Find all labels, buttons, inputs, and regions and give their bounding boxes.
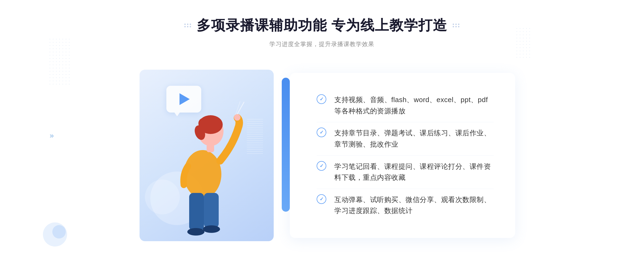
feature-text-1: 支持视频、音频、flash、word、excel、ppt、pdf等各种格式的资源… (334, 94, 494, 117)
dot (453, 26, 454, 27)
check-circle-3: ✓ (317, 161, 326, 171)
title-row: 多项录播课辅助功能 专为线上教学打造 (184, 16, 460, 35)
svg-point-4 (234, 114, 240, 121)
svg-rect-6 (204, 193, 219, 228)
deco-circle-bottom-2 (52, 225, 66, 238)
blue-side-panel (282, 78, 290, 212)
header-dots-left (184, 24, 191, 27)
dot-group-right (453, 24, 460, 27)
subtitle: 学习进度全掌握，提升录播课教学效果 (184, 40, 460, 48)
header-dots-right (453, 24, 460, 27)
check-icon-3: ✓ (320, 163, 324, 168)
dots-decoration-left (48, 38, 70, 86)
dot (190, 26, 191, 27)
svg-point-8 (203, 225, 220, 233)
check-icon-1: ✓ (320, 97, 324, 102)
check-circle-4: ✓ (317, 194, 326, 204)
content-wrapper: ✓ 支持视频、音频、flash、word、excel、ppt、pdf等各种格式的… (129, 64, 515, 247)
feature-item: ✓ 学习笔记回看、课程提问、课程评论打分、课件资料下载，重点内容收藏 (317, 155, 494, 189)
feature-text-2: 支持章节目录、弹题考试、课后练习、课后作业、章节测验、批改作业 (334, 128, 494, 150)
features-container: ✓ 支持视频、音频、flash、word、excel、ppt、pdf等各种格式的… (290, 73, 515, 238)
illustration-bg (140, 70, 274, 241)
svg-line-10 (237, 102, 244, 114)
illustration-container (129, 64, 284, 247)
check-icon-4: ✓ (320, 197, 324, 202)
dot (190, 24, 191, 25)
page-container: » 多项录播课辅助功能 专为线上教学打造 (0, 0, 644, 261)
dot (184, 26, 186, 27)
dot (455, 24, 457, 25)
dots-decoration-right (515, 27, 531, 59)
svg-rect-5 (189, 193, 204, 230)
dot-group-left (184, 24, 191, 27)
person-illustration (161, 86, 252, 241)
feature-text-3: 学习笔记回看、课程提问、课程评论打分、课件资料下载，重点内容收藏 (334, 161, 494, 183)
dot (458, 24, 459, 25)
header-section: 多项录播课辅助功能 专为线上教学打造 学习进度全掌握，提升录播课教学效果 (184, 16, 460, 48)
check-circle-1: ✓ (317, 94, 326, 104)
dot (187, 26, 188, 27)
feature-text-4: 互动弹幕、试听购买、微信分享、观看次数限制、学习进度跟踪、数据统计 (334, 194, 494, 217)
feature-item: ✓ 支持章节目录、弹题考试、课后练习、课后作业、章节测验、批改作业 (317, 122, 494, 155)
chevron-decoration: » (50, 131, 54, 140)
svg-point-7 (187, 228, 204, 236)
feature-item: ✓ 支持视频、音频、flash、word、excel、ppt、pdf等各种格式的… (317, 89, 494, 122)
check-icon-2: ✓ (320, 130, 324, 135)
dot (184, 24, 186, 25)
dot (455, 26, 457, 27)
svg-point-0 (184, 150, 221, 198)
feature-item: ✓ 互动弹幕、试听购买、微信分享、观看次数限制、学习进度跟踪、数据统计 (317, 189, 494, 222)
dot (187, 24, 188, 25)
dot (458, 26, 459, 27)
main-title: 多项录播课辅助功能 专为线上教学打造 (197, 16, 447, 35)
dot (453, 24, 454, 25)
svg-rect-9 (207, 144, 214, 152)
check-circle-2: ✓ (317, 128, 326, 137)
